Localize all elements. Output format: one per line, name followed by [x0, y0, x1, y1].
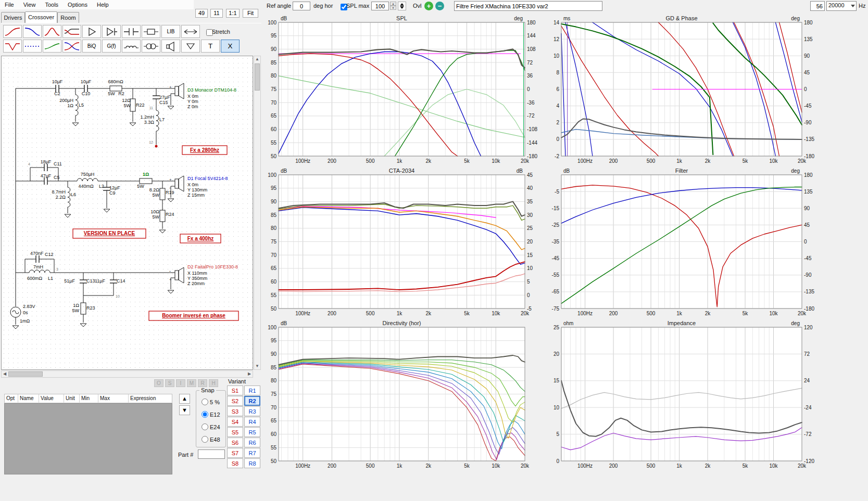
snap-e24-radio[interactable]	[202, 423, 208, 430]
t-button[interactable]: T	[201, 40, 220, 53]
menu-tools[interactable]: Tools	[40, 0, 63, 9]
grid-y-button[interactable]: 11	[210, 9, 223, 18]
transformer-button[interactable]	[142, 40, 160, 53]
schematic-canvas[interactable]: +-+-+-10µFC210µFC10680mΩ5WR2200µH1ΩL512Ω…	[5, 56, 253, 368]
svg-text:100: 100	[268, 325, 276, 330]
svg-text:50: 50	[271, 306, 277, 312]
tab-room[interactable]: Room	[57, 12, 79, 23]
stretch-arrow-button[interactable]	[181, 25, 200, 38]
tab-drivers[interactable]: Drivers	[1, 12, 25, 23]
menu-help[interactable]: Help	[92, 0, 114, 9]
variant-r1[interactable]: R1	[244, 386, 260, 395]
svg-text:ohm: ohm	[563, 320, 573, 326]
svg-text:-36: -36	[527, 100, 535, 106]
svg-text:0: 0	[804, 86, 807, 92]
variant-s2[interactable]: S2	[227, 396, 243, 406]
variant-r2[interactable]: R2	[244, 396, 260, 406]
snap-e12-label: E12	[210, 412, 220, 418]
overlay-add-button[interactable]: +	[424, 2, 433, 10]
variant-r3[interactable]: R3	[244, 406, 260, 416]
polarity-button[interactable]	[181, 40, 200, 53]
snap-5pct-radio[interactable]	[202, 399, 208, 405]
run-button[interactable]	[82, 25, 101, 38]
scroll-up-icon[interactable]: ▲	[254, 56, 260, 62]
scroll-right-icon[interactable]: ▶	[246, 371, 253, 377]
gf-button[interactable]: G(f)	[102, 40, 121, 53]
svg-text:65: 65	[271, 265, 277, 271]
variant-s8[interactable]: S8	[227, 458, 243, 468]
shape-hp-button[interactable]	[3, 25, 22, 38]
spl-max-input[interactable]	[371, 2, 389, 10]
shape-shelf-button[interactable]	[62, 25, 81, 38]
variant-s3[interactable]: S3	[227, 406, 243, 416]
shape-crossover-button[interactable]	[62, 40, 81, 53]
svg-text:40: 40	[527, 185, 533, 191]
spl-chart-svg: SPLdBdeg10095908580757065605550180144108…	[265, 15, 543, 167]
variant-s1[interactable]: S1	[227, 386, 243, 395]
variant-r4[interactable]: R4	[244, 417, 260, 427]
shape-allpass-button[interactable]	[43, 40, 61, 53]
snap-e12-radio[interactable]	[202, 411, 208, 418]
snap-e48-radio[interactable]	[202, 436, 208, 443]
variant-s6[interactable]: S6	[227, 438, 243, 447]
shape-lp-button[interactable]	[23, 25, 42, 38]
variant-r8[interactable]: R8	[244, 458, 260, 468]
variant-r6[interactable]: R6	[244, 438, 260, 447]
inductor-button[interactable]	[122, 40, 141, 53]
menu-file[interactable]: File	[0, 0, 19, 9]
spl-max-spinner[interactable]: ▲ ▼	[390, 2, 396, 10]
svg-text:10k: 10k	[492, 463, 500, 469]
variant-r5[interactable]: R5	[244, 427, 260, 437]
schematic-vscrollbar[interactable]: ▲ ▼	[254, 56, 261, 370]
svg-text:11µF: 11µF	[95, 278, 106, 284]
vscroll-thumb[interactable]	[255, 63, 260, 91]
svg-text:CTA-2034: CTA-2034	[389, 168, 414, 174]
variant-s7[interactable]: S7	[227, 448, 243, 458]
scroll-down-icon[interactable]: ▼	[254, 363, 260, 369]
svg-text:100Hz: 100Hz	[295, 311, 310, 316]
svg-text:180: 180	[527, 20, 536, 25]
move-down-button[interactable]: ▼	[179, 405, 190, 415]
shape-notch-button[interactable]	[3, 40, 22, 53]
svg-text:1mΩ: 1mΩ	[20, 318, 30, 324]
shape-dotted-button[interactable]	[23, 40, 42, 53]
freq-min-input[interactable]	[810, 1, 825, 11]
parallel-component-button[interactable]	[142, 25, 160, 38]
hscroll-thumb[interactable]	[8, 371, 43, 377]
menu-options[interactable]: Options	[63, 0, 92, 9]
schematic-hscrollbar[interactable]: ◀ ▶	[1, 370, 253, 378]
series-component-icon	[122, 26, 140, 37]
optimize-button[interactable]	[102, 25, 121, 38]
project-title-input[interactable]	[454, 1, 602, 11]
overlay-remove-button[interactable]: −	[435, 2, 444, 10]
x-button[interactable]: X	[221, 40, 240, 53]
spinner-up-icon[interactable]: ▲	[390, 2, 396, 6]
biq-button[interactable]: BiQ	[82, 40, 101, 53]
move-up-button[interactable]: ▲	[179, 394, 190, 404]
spinner-down-icon[interactable]: ▼	[390, 6, 396, 10]
variant-s4[interactable]: S4	[227, 417, 243, 427]
svg-text:27µF: 27µF	[159, 95, 170, 100]
freq-max-dropdown[interactable]: 20000	[826, 1, 857, 11]
series-component-button[interactable]	[122, 25, 141, 38]
variant-r7[interactable]: R7	[244, 448, 260, 458]
svg-text:R19: R19	[166, 190, 174, 195]
svg-text:2k: 2k	[705, 311, 711, 316]
fit-button[interactable]: Fit	[243, 9, 258, 18]
svg-text:470nF: 470nF	[30, 251, 44, 256]
svg-text:5W: 5W	[124, 103, 131, 108]
shape-bp-button[interactable]	[43, 25, 61, 38]
tab-crossover[interactable]: Crossover	[25, 11, 57, 23]
svg-text:2k: 2k	[425, 311, 432, 316]
grid-x-button[interactable]: 49	[195, 9, 208, 18]
scroll-left-icon[interactable]: ◀	[2, 371, 8, 377]
lib-button[interactable]: LIB	[161, 25, 180, 38]
menu-view[interactable]: View	[19, 0, 41, 9]
driver-button[interactable]	[161, 40, 180, 53]
ref-angle-input[interactable]	[293, 2, 310, 10]
svg-text:85: 85	[271, 212, 277, 218]
variant-s5[interactable]: S5	[227, 427, 243, 437]
one-to-one-button[interactable]: 1:1	[226, 9, 240, 18]
spl-autoscale-button[interactable]	[398, 2, 406, 10]
part-number-input[interactable]	[198, 449, 225, 459]
